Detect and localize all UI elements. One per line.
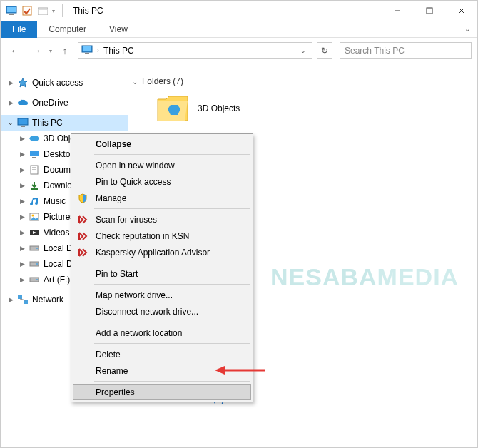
qat-dropdown-icon[interactable]: ▾ — [52, 8, 55, 14]
chevron-right-icon[interactable]: ▶ — [18, 245, 26, 252]
ctx-map-drive[interactable]: Map network drive... — [73, 287, 251, 303]
context-menu: Collapse Open in new window Pin to Quick… — [71, 133, 253, 402]
chevron-right-icon[interactable]: ▶ — [18, 213, 26, 220]
svg-rect-17 — [30, 151, 39, 156]
back-button[interactable]: ← — [6, 42, 24, 59]
maximize-button[interactable] — [413, 1, 445, 21]
tree-label: Local Di — [42, 259, 74, 269]
shield-icon — [77, 193, 88, 204]
item-icon — [28, 148, 41, 160]
computer-tab[interactable]: Computer — [37, 21, 98, 38]
svg-rect-18 — [32, 157, 36, 158]
tree-label: Music — [42, 196, 66, 206]
chevron-right-icon[interactable]: ▶ — [6, 99, 15, 106]
chevron-down-icon: ⌄ — [132, 78, 138, 86]
cloud-icon — [16, 97, 29, 108]
this-pc-icon — [5, 4, 18, 17]
tree-this-pc[interactable]: ⌄ This PC — [1, 115, 128, 131]
view-tab[interactable]: View — [98, 21, 139, 38]
navigation-bar: ← → ▾ ↑ › This PC ⌄ ↻ Search This PC — [1, 38, 477, 63]
svg-rect-33 — [18, 295, 22, 299]
chevron-right-icon[interactable]: ▶ — [18, 182, 26, 189]
tree-onedrive[interactable]: ▶ OneDrive — [1, 95, 128, 111]
svg-point-32 — [36, 279, 38, 280]
svg-marker-13 — [19, 78, 27, 87]
svg-rect-2 — [9, 14, 14, 15]
ctx-manage[interactable]: Manage — [73, 190, 251, 206]
ctx-pin-start[interactable]: Pin to Start — [73, 265, 251, 282]
svg-rect-1 — [7, 7, 16, 12]
ctx-properties[interactable]: Properties — [73, 384, 251, 400]
kaspersky-icon — [77, 214, 88, 225]
ctx-delete[interactable]: Delete — [73, 346, 251, 362]
chevron-right-icon[interactable]: ▶ — [18, 166, 26, 173]
item-icon — [28, 164, 41, 175]
item-icon — [28, 274, 41, 285]
ribbon: File Computer View ⌄ — [1, 21, 477, 38]
ctx-open-new-window[interactable]: Open in new window — [73, 157, 251, 173]
minimize-button[interactable] — [381, 1, 413, 21]
tree-label: Local Di — [42, 243, 74, 253]
tree-label: Downlo — [42, 180, 72, 190]
item-icon — [28, 243, 41, 254]
folders-group-header[interactable]: ⌄ Folders (7) — [128, 76, 477, 86]
svg-point-28 — [36, 248, 38, 249]
folder-label: 3D Objects — [198, 103, 240, 113]
forward-button[interactable]: → — [28, 42, 45, 59]
ctx-collapse[interactable]: Collapse — [73, 136, 251, 152]
new-folder-qat-icon[interactable] — [36, 4, 49, 17]
chevron-right-icon[interactable]: ▶ — [18, 260, 26, 268]
window-title: This PC — [70, 6, 103, 16]
chevron-down-icon[interactable]: ⌄ — [6, 119, 15, 126]
svg-marker-38 — [215, 366, 225, 375]
tree-label: Pictures — [42, 212, 74, 222]
address-text: This PC — [103, 46, 134, 56]
chevron-right-icon[interactable]: ▶ — [18, 276, 26, 283]
file-tab[interactable]: File — [1, 21, 37, 38]
this-pc-icon — [81, 45, 93, 57]
address-dropdown-icon[interactable]: ⌄ — [298, 47, 309, 54]
up-button[interactable]: ↑ — [56, 42, 73, 59]
ctx-scan-viruses[interactable]: Scan for viruses — [73, 211, 251, 228]
ctx-disconnect-drive[interactable]: Disconnect network drive... — [73, 303, 251, 320]
chevron-right-icon[interactable]: ▶ — [18, 151, 26, 158]
ribbon-collapse-icon[interactable]: ⌄ — [464, 25, 470, 33]
svg-rect-14 — [18, 118, 28, 125]
address-bar[interactable]: › This PC ⌄ — [78, 42, 312, 59]
refresh-button[interactable]: ↻ — [317, 42, 332, 59]
chevron-right-icon[interactable]: ▶ — [6, 79, 15, 86]
ctx-kaspersky-advisor[interactable]: Kaspersky Application Advisor — [73, 244, 251, 260]
search-input[interactable]: Search This PC — [340, 42, 472, 59]
svg-point-30 — [36, 263, 38, 265]
svg-line-35 — [20, 299, 26, 300]
svg-rect-15 — [21, 126, 25, 127]
item-icon — [28, 133, 41, 144]
folder-item-3d-objects[interactable]: 3D Objects — [128, 86, 477, 122]
annotation-arrow — [215, 365, 265, 379]
title-bar: ▾ This PC — [1, 1, 477, 21]
item-icon — [28, 180, 41, 191]
chevron-right-icon[interactable]: ▶ — [18, 229, 26, 236]
ctx-pin-quick-access[interactable]: Pin to Quick access — [73, 173, 251, 190]
svg-rect-11 — [83, 46, 91, 51]
folder-icon — [156, 95, 189, 122]
kaspersky-icon — [77, 230, 88, 242]
this-pc-icon — [16, 117, 29, 128]
item-icon — [28, 258, 41, 270]
svg-rect-12 — [85, 53, 89, 54]
close-button[interactable] — [445, 1, 477, 21]
tree-quick-access[interactable]: ▶ Quick access — [1, 75, 128, 91]
kaspersky-icon — [77, 247, 88, 258]
svg-marker-16 — [29, 136, 39, 141]
svg-rect-5 — [39, 9, 47, 10]
properties-qat-icon[interactable] — [21, 4, 34, 17]
star-icon — [16, 77, 29, 88]
chevron-right-icon[interactable]: ▶ — [6, 296, 15, 303]
ctx-check-ksn[interactable]: Check reputation in KSN — [73, 228, 251, 244]
history-dropdown-icon[interactable]: ▾ — [49, 48, 52, 54]
item-icon — [28, 227, 41, 238]
svg-rect-34 — [24, 300, 28, 304]
chevron-right-icon[interactable]: ▶ — [18, 135, 26, 142]
ctx-add-network-location[interactable]: Add a network location — [73, 325, 251, 341]
chevron-right-icon[interactable]: ▶ — [18, 198, 26, 205]
